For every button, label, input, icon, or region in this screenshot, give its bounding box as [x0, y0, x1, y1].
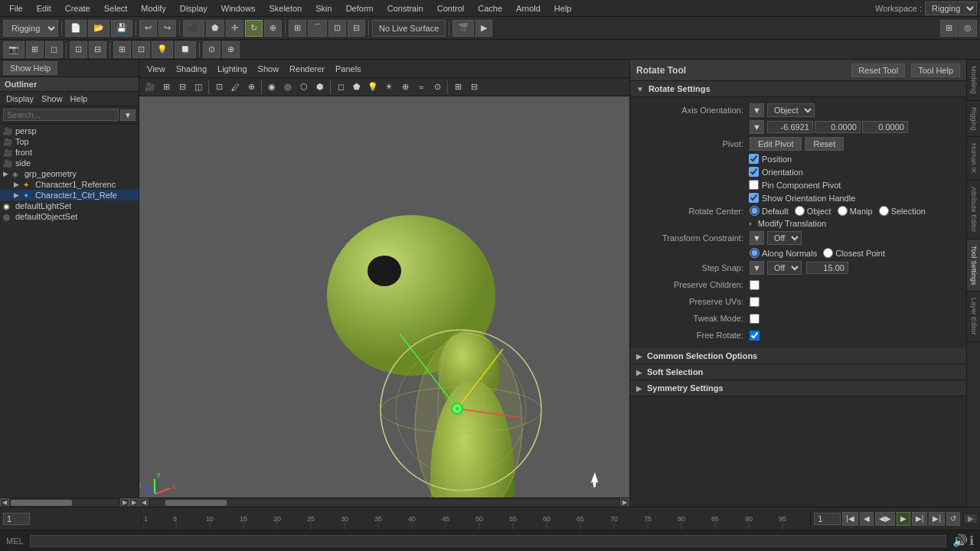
tree-item-default-obj-set[interactable]: ◎ defaultObjectSet [0, 211, 139, 222]
tree-item-char1-ctrl[interactable]: ▶ ✦ Character1_Ctrl_Refe [0, 190, 139, 201]
outliner-menu-show[interactable]: Show [38, 93, 66, 104]
play-fwd-btn[interactable]: ▶ [897, 512, 910, 526]
orientation-checkbox[interactable] [749, 167, 759, 177]
symmetry-settings-header[interactable]: ▶ Symmetry Settings [630, 380, 966, 396]
help-line-icon[interactable]: ℹ [969, 533, 974, 548]
edge-tab-modeling[interactable]: Modeling [967, 60, 980, 101]
edge-tab-tool-settings[interactable]: Tool Settings [967, 240, 980, 292]
texture-btn[interactable]: 🔲 [175, 41, 196, 58]
vp-menu-renderer[interactable]: Renderer [285, 63, 329, 75]
vp-tb-render-cam[interactable]: ⊟ [175, 80, 190, 95]
vp-menu-view[interactable]: View [142, 63, 170, 75]
four-view-btn[interactable]: ⊞ [26, 41, 44, 58]
vp-tb-grid[interactable]: ⊞ [450, 80, 466, 95]
redo-btn[interactable]: ↪ [158, 20, 176, 37]
pivot-reset-btn[interactable]: Reset [805, 137, 844, 151]
vp-tb-select-type[interactable]: ⊕ [243, 80, 259, 95]
hscroll-thumb[interactable] [165, 500, 227, 506]
menu-control[interactable]: Control [431, 2, 470, 15]
scroll-down-arrow[interactable]: ▶ [129, 498, 139, 507]
workspace-dropdown[interactable]: Rigging [925, 2, 977, 15]
step-snap-arrow[interactable]: ▼ [750, 261, 764, 275]
vp-menu-shading[interactable]: Shading [172, 63, 211, 75]
vp-tb-hud[interactable]: ⊟ [466, 80, 482, 95]
search-filter-btn[interactable]: ▼ [120, 109, 136, 121]
tree-item-default-light-set[interactable]: ◉ defaultLightSet [0, 201, 139, 211]
menu-skeleton[interactable]: Skeleton [263, 2, 308, 15]
vp-tb-shadow[interactable]: ☀ [381, 80, 397, 95]
rotate-center-manip-radio[interactable] [838, 206, 848, 216]
closest-point-radio[interactable] [823, 248, 833, 258]
snap-view-btn[interactable]: ⊟ [348, 20, 365, 37]
transform-constraint-arrow[interactable]: ▼ [750, 231, 764, 245]
render-btn[interactable]: 🎬 [452, 20, 474, 37]
vp-tb-gate[interactable]: ◫ [191, 80, 206, 95]
step-back-btn[interactable]: ◀ [860, 512, 874, 526]
tree-item-persp[interactable]: 🎥 persp [0, 126, 139, 136]
timeline-ruler[interactable]: 1 5 10 15 20 25 30 35 40 45 50 [142, 507, 810, 530]
outliner-menu-help[interactable]: Help [67, 93, 91, 104]
tree-item-front[interactable]: 🎥 front [0, 147, 139, 158]
reset-tool-btn[interactable]: Reset Tool [851, 64, 905, 77]
pin-component-pivot-checkbox[interactable] [749, 180, 759, 190]
feedback-icon[interactable]: 🔊 [952, 533, 968, 548]
show-orientation-handle-checkbox[interactable] [749, 193, 759, 203]
save-btn[interactable]: 💾 [111, 20, 132, 37]
scroll-right-arrow[interactable]: ▶ [120, 498, 129, 507]
along-normals-radio[interactable] [750, 248, 760, 258]
tree-item-side[interactable]: 🎥 side [0, 158, 139, 168]
edit-pivot-btn[interactable]: Edit Pivot [750, 137, 802, 151]
rotate-btn[interactable]: ↻ [245, 20, 263, 37]
loop-btn[interactable]: ↺ [946, 512, 960, 526]
step-fwd-btn[interactable]: ▶| [912, 512, 928, 526]
rot-y-input[interactable] [815, 121, 861, 133]
menu-skin[interactable]: Skin [309, 2, 338, 15]
axis-orientation-dropdown-arrow[interactable]: ▼ [750, 103, 764, 117]
go-to-end-btn[interactable]: ▶| [929, 512, 945, 526]
vp-tb-film[interactable]: ⊞ [158, 80, 174, 95]
soft-selection-header[interactable]: ▶ Soft Selection [630, 364, 966, 380]
light-quality-btn[interactable]: 💡 [152, 41, 173, 58]
tree-item-grp-geometry[interactable]: ▶ ◈ grp_geometry [0, 168, 139, 179]
edge-tab-rigging[interactable]: Rigging [967, 101, 980, 138]
menu-deform[interactable]: Deform [340, 2, 380, 15]
menu-file[interactable]: File [3, 2, 29, 15]
play-back-btn[interactable]: ◀▶ [875, 512, 895, 526]
step-snap-select[interactable]: Off [767, 261, 802, 275]
menu-select[interactable]: Select [98, 2, 134, 15]
rotation-mode-btn[interactable]: ▼ [750, 120, 764, 134]
vp-menu-lighting[interactable]: Lighting [213, 63, 252, 75]
vp-tb-select-all[interactable]: ⊡ [211, 80, 227, 95]
select-btn[interactable]: ⬛ [183, 20, 204, 37]
show-hud-btn[interactable]: ⊡ [132, 41, 150, 58]
ipr-btn[interactable]: ▶ [475, 20, 492, 37]
vp-tb-joint[interactable]: ⬢ [312, 80, 328, 95]
vp-tb-motionblur[interactable]: ≈ [413, 80, 429, 95]
edge-tab-humanik[interactable]: Human IK [967, 137, 980, 181]
rotate-center-selection-radio[interactable] [879, 206, 889, 216]
hscroll-right[interactable]: ▶ [620, 498, 629, 507]
show-help-button[interactable]: Show Help [3, 61, 57, 75]
hscroll-left[interactable]: ◀ [139, 498, 149, 507]
vp-tb-cam[interactable]: 🎥 [142, 80, 158, 95]
vp-tb-paint[interactable]: 🖊 [227, 80, 243, 95]
preserve-children-checkbox[interactable] [750, 280, 760, 290]
menu-display[interactable]: Display [174, 2, 214, 15]
snap-point-btn[interactable]: ⊡ [328, 20, 346, 37]
rot-x-input[interactable] [767, 121, 813, 133]
no-live-surface-btn[interactable]: No Live Surface [372, 20, 446, 37]
menu-constrain[interactable]: Constrain [381, 2, 430, 15]
move-btn[interactable]: ✛ [226, 20, 243, 37]
menu-windows[interactable]: Windows [215, 2, 262, 15]
tool-help-btn[interactable]: Tool Help [911, 64, 960, 77]
vp-tb-show-all[interactable]: ◉ [264, 80, 279, 95]
snap-curve-btn[interactable]: ⌒ [308, 20, 327, 37]
outliner-menu-display[interactable]: Display [3, 93, 37, 104]
tree-item-char1-ref[interactable]: ▶ ✦ Character1_Referenc [0, 179, 139, 190]
vp-tb-ao[interactable]: ⊕ [397, 80, 413, 95]
rot-z-input[interactable] [862, 121, 908, 133]
vp-menu-panels[interactable]: Panels [331, 63, 366, 75]
viewport-canvas[interactable]: X Y Z persp [139, 96, 629, 497]
search-input[interactable] [3, 109, 119, 121]
vp-tb-dof[interactable]: ⊙ [430, 80, 445, 95]
